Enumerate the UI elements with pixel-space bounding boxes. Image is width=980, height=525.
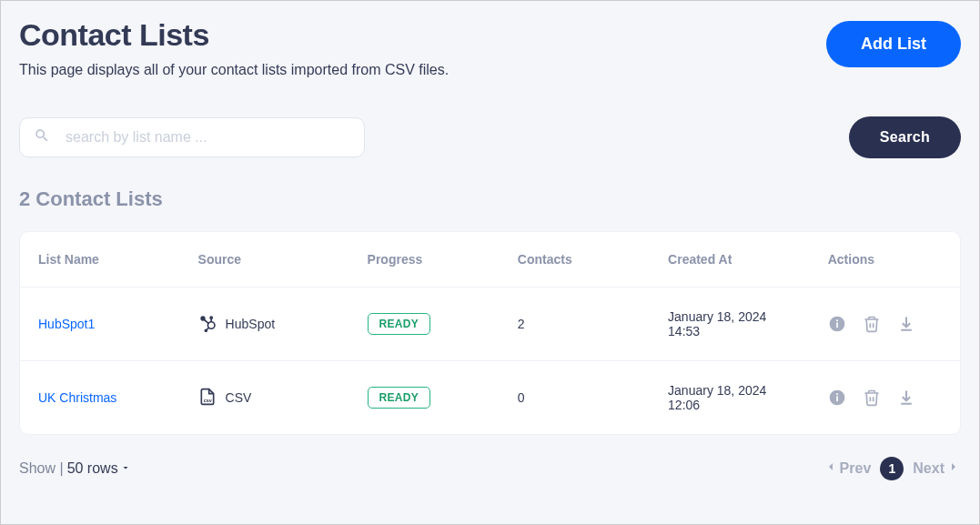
info-icon[interactable] <box>828 389 846 407</box>
page-number-current[interactable]: 1 <box>880 457 904 480</box>
svg-point-9 <box>836 319 838 321</box>
table-row: HubSpot1 HubSpot READY 2 January 18, 202… <box>20 288 960 361</box>
list-name-link[interactable]: HubSpot1 <box>38 317 95 331</box>
trash-icon[interactable] <box>863 389 881 407</box>
chevron-right-icon <box>946 459 961 478</box>
list-name-link[interactable]: UK Christmas <box>38 390 116 405</box>
hubspot-icon <box>198 314 217 335</box>
column-header-name: List Name <box>20 232 180 288</box>
svg-text:csv: csv <box>203 397 211 402</box>
source-label: HubSpot <box>226 317 275 331</box>
created-at: January 18, 2024 12:06 <box>650 361 810 435</box>
status-badge: READY <box>368 387 431 409</box>
created-at: January 18, 2024 14:53 <box>650 288 810 361</box>
contacts-count: 0 <box>500 361 650 435</box>
contact-lists-table: List Name Source Progress Contacts Creat… <box>19 231 961 435</box>
svg-rect-14 <box>836 396 838 401</box>
download-icon[interactable] <box>897 389 915 407</box>
table-row: UK Christmas csv CSV READY 0 January 18,… <box>20 361 960 435</box>
trash-icon[interactable] <box>863 315 881 333</box>
column-header-source: Source <box>180 232 349 288</box>
search-input[interactable] <box>19 117 365 157</box>
column-header-progress: Progress <box>349 232 500 288</box>
column-header-created: Created At <box>650 232 810 288</box>
page-title: Contact Lists <box>19 17 449 53</box>
svg-point-15 <box>836 393 838 395</box>
source-label: CSV <box>226 390 252 405</box>
show-label: Show | <box>19 460 64 477</box>
csv-file-icon: csv <box>198 387 217 409</box>
next-page-button[interactable]: Next <box>913 459 961 478</box>
search-icon <box>34 127 50 147</box>
status-badge: READY <box>368 313 431 335</box>
column-header-actions: Actions <box>810 232 960 288</box>
search-button[interactable]: Search <box>849 116 961 158</box>
list-count-title: 2 Contact Lists <box>19 187 961 211</box>
chevron-down-icon <box>120 460 131 477</box>
prev-page-button[interactable]: Prev <box>823 459 872 478</box>
contacts-count: 2 <box>500 288 650 361</box>
svg-point-6 <box>205 329 207 331</box>
chevron-left-icon <box>823 459 838 478</box>
svg-rect-8 <box>836 322 838 328</box>
column-header-contacts: Contacts <box>500 232 650 288</box>
svg-point-4 <box>210 317 212 318</box>
download-icon[interactable] <box>897 315 915 333</box>
info-icon[interactable] <box>828 315 846 333</box>
add-list-button[interactable]: Add List <box>826 21 961 67</box>
rows-per-page-select[interactable]: 50 rows <box>67 460 131 477</box>
page-subtitle: This page displays all of your contact l… <box>19 62 449 78</box>
